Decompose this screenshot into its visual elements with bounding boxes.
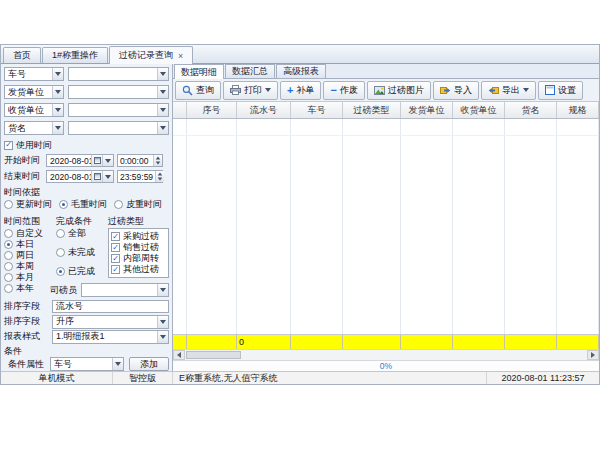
- grid-header-gutter: [173, 102, 187, 118]
- grid-header-weigh-type[interactable]: 过磅类型: [343, 102, 401, 118]
- use-time-checkbox[interactable]: ✓: [4, 141, 13, 150]
- weigher-row: 司磅员: [50, 283, 169, 297]
- main-area: 车号 发货单位 收货单位: [1, 64, 599, 371]
- goods-field-select[interactable]: 货名: [4, 121, 64, 135]
- dropdown-arrow-icon: [157, 86, 168, 98]
- scroll-right-arrow[interactable]: [587, 350, 599, 360]
- summary-cell: [453, 335, 505, 349]
- consignor-field-select[interactable]: 发货单位: [4, 85, 64, 99]
- print-button[interactable]: 打印: [223, 81, 278, 100]
- settings-icon: [545, 85, 555, 95]
- import-button-label: 导入: [454, 84, 472, 97]
- tab-data-detail-label: 数据明细: [181, 66, 217, 79]
- grid-toolbar: 查询 打印 + 补单 − 作废: [173, 79, 599, 102]
- time-basis-group: 更新时间 毛重时间 皮重时间: [4, 199, 169, 210]
- scroll-left-arrow[interactable]: [173, 350, 185, 360]
- start-time-spinner[interactable]: 0:00:00: [117, 154, 163, 167]
- radio-selected-icon: [56, 267, 65, 276]
- end-time-spinner[interactable]: 23:59:59: [117, 170, 163, 183]
- time-range-label: 时间范围: [4, 215, 56, 226]
- start-date-picker[interactable]: 2020-08-01: [46, 154, 114, 167]
- sort-field-input[interactable]: 流水号: [52, 300, 169, 313]
- radio-selected-icon: [59, 200, 68, 209]
- goods-value-combo[interactable]: [68, 121, 169, 135]
- weigh-type-listbox: ✓ 采购过磅 ✓ 销售过磅 ✓ 内部周转 ✓ 其: [108, 228, 169, 278]
- status-datetime-label: 2020-08-01 11:23:57: [502, 373, 585, 383]
- tab-data-summary[interactable]: 数据汇总: [225, 64, 275, 78]
- grid-body[interactable]: [173, 119, 599, 334]
- filter-panel: 车号 发货单位 收货单位: [1, 64, 173, 371]
- close-icon[interactable]: ×: [178, 51, 183, 61]
- summary-cell: [505, 335, 557, 349]
- tab-advanced-report[interactable]: 高级报表: [276, 64, 326, 78]
- dropdown-arrow-icon: [157, 122, 168, 134]
- radio-finished[interactable]: 已完成: [56, 266, 108, 277]
- radio-icon: [4, 273, 13, 282]
- add-condition-button-label: 添加: [140, 358, 158, 371]
- grid-header-consignee[interactable]: 收货单位: [453, 102, 505, 118]
- horizontal-scrollbar[interactable]: [173, 349, 599, 360]
- condition-attr-combo[interactable]: 车号: [50, 357, 124, 371]
- radio-tare-time[interactable]: 皮重时间: [114, 199, 162, 210]
- radio-update-time[interactable]: 更新时间: [4, 199, 52, 210]
- radio-icon: [114, 200, 123, 209]
- vehicle-field-select[interactable]: 车号: [4, 67, 64, 81]
- grid-header-spec[interactable]: 规格: [557, 102, 599, 118]
- void-button[interactable]: − 作废: [323, 81, 364, 100]
- dropdown-arrow-icon: [265, 88, 271, 92]
- grid-header-consignor[interactable]: 发货单位: [401, 102, 453, 118]
- minus-icon: −: [330, 85, 336, 96]
- tab-data-summary-label: 数据汇总: [232, 65, 268, 78]
- grid-column: [505, 119, 557, 334]
- calendar-icon: [91, 155, 102, 166]
- summary-cell-flow-count: 0: [237, 335, 291, 349]
- grid-header-goods[interactable]: 货名: [505, 102, 557, 118]
- end-date-picker[interactable]: 2020-08-01: [46, 170, 114, 183]
- export-button[interactable]: 导出: [481, 81, 536, 100]
- tab-weigh-operation[interactable]: 1#称重操作: [42, 47, 108, 63]
- summary-cell-gutter: [173, 335, 187, 349]
- summary-cell: [291, 335, 343, 349]
- grid-column: [557, 119, 599, 334]
- window-tab-bar: 首页 1#称重操作 过磅记录查询 ×: [1, 45, 599, 64]
- tab-weigh-record-query[interactable]: 过磅记录查询 ×: [109, 46, 193, 64]
- radio-all[interactable]: 全部: [56, 228, 108, 239]
- check-icon: ✓: [5, 141, 12, 149]
- add-condition-button[interactable]: 添加: [129, 357, 169, 371]
- radio-unfinished[interactable]: 未完成: [56, 247, 108, 258]
- report-style-combo[interactable]: 1.明细报表1: [52, 330, 169, 344]
- status-datetime: 2020-08-01 11:23:57: [487, 372, 599, 384]
- tab-home[interactable]: 首页: [3, 47, 41, 63]
- grid-first-row-line: [173, 135, 599, 136]
- calendar-icon: [91, 171, 102, 182]
- supplement-order-button[interactable]: + 补单: [280, 81, 321, 100]
- grid-header-vehicle[interactable]: 车号: [291, 102, 343, 118]
- grid-column: [237, 119, 291, 334]
- radio-gross-time[interactable]: 毛重时间: [59, 199, 107, 210]
- load-progress-bar: 0%: [173, 360, 599, 371]
- consignee-field-select[interactable]: 收货单位: [4, 103, 64, 117]
- consignee-field-label: 收货单位: [5, 104, 52, 117]
- grid-column: [401, 119, 453, 334]
- settings-button[interactable]: 设置: [538, 81, 583, 100]
- consignor-value-combo[interactable]: [68, 85, 169, 99]
- scrollbar-thumb[interactable]: [186, 351, 241, 359]
- radio-this-year[interactable]: 本年: [4, 283, 56, 294]
- tab-data-detail[interactable]: 数据明细: [174, 64, 224, 79]
- status-mode-label: 单机模式: [39, 372, 75, 384]
- checkbox-icon: ✓: [111, 254, 120, 263]
- vehicle-value-combo[interactable]: [68, 67, 169, 81]
- query-button[interactable]: 查询: [175, 81, 221, 100]
- checkbox-other-weigh[interactable]: ✓ 其他过磅: [111, 264, 166, 275]
- grid-header-flow-no[interactable]: 流水号: [237, 102, 291, 118]
- report-style-label: 报表样式: [4, 330, 52, 343]
- import-button[interactable]: 导入: [433, 81, 479, 100]
- weigh-images-button-label: 过磅图片: [388, 84, 424, 97]
- grid-header-serial[interactable]: 序号: [187, 102, 237, 118]
- start-date-value: 2020-08-01: [47, 156, 91, 166]
- consignee-value-combo[interactable]: [68, 103, 169, 117]
- dropdown-arrow-icon: [112, 358, 123, 370]
- weigher-combo[interactable]: [81, 283, 169, 297]
- weigh-images-button[interactable]: 过磅图片: [367, 81, 431, 100]
- sort-order-combo[interactable]: 升序: [52, 315, 169, 329]
